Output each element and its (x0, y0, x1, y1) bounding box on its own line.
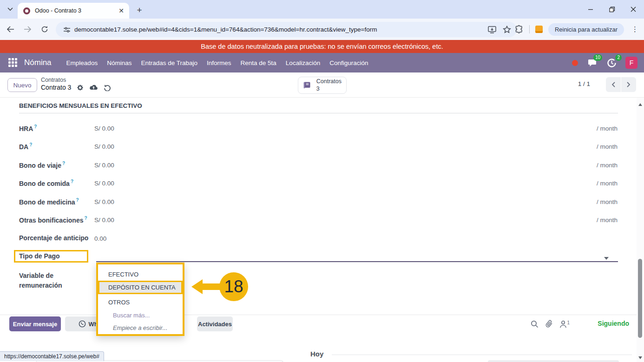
app-name[interactable]: Nómina (24, 58, 52, 67)
field-label-tipo-de-pago: Tipo de Pago (19, 252, 60, 260)
pager-previous-button[interactable] (606, 77, 621, 92)
field-suffix-bono-viaje: / month (597, 162, 618, 169)
field-value-bono-viaje[interactable]: S/ 0.00 (94, 162, 114, 169)
menu-item-empleados[interactable]: Empleados (62, 57, 103, 69)
window-restore-button[interactable] (601, 0, 623, 19)
recording-dot-icon (572, 60, 578, 66)
menu-item-entradas[interactable]: Entradas de Trabajo (136, 57, 202, 69)
menu-item-informes[interactable]: Informes (202, 57, 236, 69)
site-settings-icon[interactable] (63, 26, 71, 33)
field-label-porcentaje-anticipo: Porcentaje de anticipo (19, 234, 88, 242)
whatsapp-icon (79, 320, 86, 328)
page-scrollbar[interactable] (637, 98, 644, 362)
payment-type-dropdown: EFECTIVO DEPÓSITO EN CUENTA OTROS Buscar… (96, 263, 184, 336)
breadcrumb-parent[interactable]: Contratos (41, 77, 111, 83)
followers-button[interactable]: 1 (559, 320, 570, 328)
navbar-menu: Empleados Nóminas Entradas de Trabajo In… (62, 57, 373, 69)
user-avatar[interactable]: F (625, 57, 637, 69)
scrollbar-thumb[interactable] (638, 259, 642, 338)
contracts-stat-button[interactable]: Contratos 3 (298, 77, 347, 94)
field-value-porcentaje-anticipo[interactable]: 0.00 (94, 235, 106, 242)
extensions-puzzle-icon[interactable] (515, 25, 524, 34)
tab-search-chevron-icon[interactable] (4, 3, 17, 16)
menu-item-renta5ta[interactable]: Renta de 5ta (236, 57, 281, 69)
followers-count: 1 (567, 320, 570, 325)
activity-clock-icon (607, 58, 617, 68)
field-value-bono-medicina[interactable]: S/ 0.00 (94, 198, 114, 205)
window-close-button[interactable] (623, 0, 644, 19)
field-suffix-bono-medicina: / month (597, 198, 618, 205)
field-value-bono-comida[interactable]: S/ 0.00 (94, 180, 114, 187)
stat-label: Contratos (316, 78, 342, 85)
new-button[interactable]: Nuevo (7, 78, 37, 92)
omnibox-icons (488, 26, 511, 33)
partial-message-box (488, 360, 619, 362)
menu-item-configuracion[interactable]: Configuración (325, 57, 373, 69)
pager-next-button[interactable] (621, 77, 636, 92)
follower-person-icon (559, 320, 567, 328)
field-label-bono-comida: Bono de comida? (19, 179, 73, 187)
help-icon[interactable]: ? (84, 216, 87, 221)
chatter-divider (0, 315, 637, 315)
tab-title: Odoo - Contrato 3 (35, 7, 117, 14)
section-title: BENEFICIOS MENSUALES EN EFECTIVO (19, 102, 618, 113)
bookmark-star-icon[interactable] (503, 26, 511, 33)
forward-button[interactable] (20, 22, 34, 36)
date-separator-line (332, 355, 632, 355)
scrollbar-down-arrow[interactable] (638, 356, 642, 359)
dropdown-option-efectivo[interactable]: EFECTIVO (98, 268, 183, 281)
following-toggle[interactable]: Siguiendo (598, 320, 629, 327)
chatter-tools: 1 (531, 320, 570, 328)
tab-close-icon[interactable]: ✕ (117, 7, 125, 15)
paperclip-icon[interactable] (545, 320, 552, 328)
field-suffix-bono-comida: / month (597, 180, 618, 187)
gear-icon[interactable] (77, 84, 84, 91)
window-controls (580, 0, 644, 19)
menu-item-localizacion[interactable]: Localización (281, 57, 325, 69)
restart-to-update-button[interactable]: Reinicia para actualizar (548, 23, 624, 36)
activities-menu[interactable]: 2 (606, 57, 617, 68)
window-minimize-button[interactable] (580, 0, 601, 19)
messages-badge: 10 (593, 54, 602, 61)
apps-grid-icon[interactable] (8, 58, 18, 67)
pager-counter: 1 / 1 (578, 80, 590, 87)
dropdown-search-more[interactable]: Buscar más... (98, 309, 183, 322)
help-icon[interactable]: ? (71, 179, 73, 184)
extension-icon[interactable] (535, 26, 543, 33)
help-icon[interactable]: ? (29, 142, 32, 147)
field-label-bono-viaje: Bono de viaje? (19, 161, 65, 169)
chevron-down-icon[interactable] (604, 257, 609, 260)
dropdown-option-otros[interactable]: OTROS (98, 296, 183, 309)
browser-menu-icon[interactable]: ⋮ (630, 25, 640, 33)
field-label-hra: HRA? (19, 124, 37, 132)
help-icon[interactable]: ? (76, 197, 79, 203)
field-value-hra[interactable]: S/ 0.00 (94, 125, 114, 132)
browser-tab[interactable]: Odoo - Contrato 3 ✕ (18, 3, 129, 19)
annotation-step-badge: 18 (219, 272, 248, 301)
new-tab-button[interactable]: + (133, 4, 146, 17)
scrollbar-up-arrow[interactable] (638, 103, 642, 106)
help-icon[interactable]: ? (62, 161, 65, 166)
reload-button[interactable] (38, 22, 52, 36)
field-value-da[interactable]: S/ 0.00 (94, 143, 114, 150)
send-message-button[interactable]: Enviar mensaje (9, 316, 61, 331)
install-app-icon[interactable] (488, 26, 496, 33)
stat-value: 3 (316, 86, 320, 92)
search-icon[interactable] (531, 320, 539, 328)
field-value-otras-bonificaciones[interactable]: S/ 0.00 (94, 217, 114, 224)
annotation-arrow-icon (191, 278, 222, 295)
dropdown-start-typing[interactable]: Empiece a escribir... (98, 322, 183, 334)
odoo-navbar: Nómina Empleados Nóminas Entradas de Tra… (0, 53, 644, 72)
tipo-de-pago-select[interactable] (96, 261, 618, 262)
url-text: democontable17.solse.pe/web#id=4&cids=1&… (74, 26, 484, 33)
messages-menu[interactable]: 10 (586, 57, 598, 68)
menu-item-nominas[interactable]: Nóminas (102, 57, 136, 69)
back-button[interactable] (3, 22, 17, 36)
address-bar[interactable]: democontable17.solse.pe/web#id=4&cids=1&… (56, 22, 517, 37)
cloud-upload-icon[interactable] (89, 84, 98, 91)
undo-icon[interactable] (104, 84, 111, 91)
activities-button[interactable]: Actividades (197, 316, 233, 331)
help-icon[interactable]: ? (34, 124, 37, 129)
field-label-bono-medicina: Bono de medicina? (19, 197, 79, 206)
dropdown-option-deposito-en-cuenta[interactable]: DEPÓSITO EN CUENTA (98, 281, 183, 294)
